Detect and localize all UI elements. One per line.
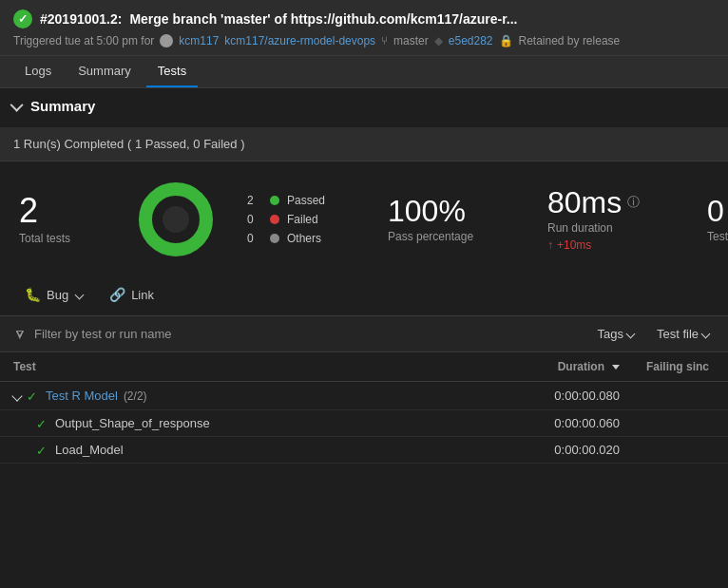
run-duration-change: ↑ +10ms <box>547 238 661 252</box>
retained-badge: Retained by release <box>519 34 621 47</box>
sub1-pass-icon: ✓ <box>36 417 49 430</box>
separator: ◆ <box>434 34 443 47</box>
user-link[interactable]: kcm117 <box>179 34 219 47</box>
header: #20191001.2: Merge branch 'master' of ht… <box>0 0 728 56</box>
arrow-up-icon: ↑ <box>547 238 553 252</box>
link-icon: 🔗 <box>109 287 125 302</box>
header-meta: Triggered tue at 5:00 pm for kcm117 kcm1… <box>13 34 715 47</box>
filter-left: ⛛ Filter by test or run name <box>13 327 172 342</box>
main-content: Summary 1 Run(s) Completed ( 1 Passed, 0… <box>0 88 728 464</box>
bug-icon: 🐛 <box>25 287 41 302</box>
tab-logs[interactable]: Logs <box>13 56 63 87</box>
stats-row: 2 Total tests 2 Passed 0 Failed <box>0 161 728 277</box>
table-container: Test Duration Failing sinc ✓ Test R Mode… <box>0 352 728 464</box>
bug-button[interactable]: 🐛 Bug <box>19 283 88 306</box>
tab-summary[interactable]: Summary <box>67 56 143 87</box>
completed-bar: 1 Run(s) Completed ( 1 Passed, 0 Failed … <box>0 127 728 161</box>
passed-count: 2 <box>247 194 262 207</box>
filter-right: Tags Test file <box>591 324 715 344</box>
test-group-row[interactable]: ✓ Test R Model (2/2) 0:00:00.080 <box>0 382 728 410</box>
legend-failed: 0 Failed <box>247 213 342 226</box>
group-test-name: Test R Model <box>46 389 118 403</box>
legend-passed: 2 Passed <box>247 194 342 207</box>
success-icon <box>13 9 32 28</box>
build-title: Merge branch 'master' of https://github.… <box>129 11 517 27</box>
total-tests-label: Total tests <box>19 232 70 245</box>
commit-link[interactable]: e5ed282 <box>449 34 493 47</box>
link-button[interactable]: 🔗 Link <box>104 283 160 306</box>
failed-dot <box>270 215 279 224</box>
run-duration-label: Run duration <box>547 221 661 235</box>
legend: 2 Passed 0 Failed 0 Others <box>247 194 342 245</box>
trigger-text: Triggered tue at 5:00 pm for <box>13 34 154 47</box>
tests-not-rep-label: Tests not rep... <box>707 230 728 243</box>
testfile-chevron-icon <box>701 330 711 339</box>
testfile-label: Test file <box>657 327 699 341</box>
others-label: Others <box>287 232 321 245</box>
tags-filter-button[interactable]: Tags <box>591 324 639 344</box>
sub2-pass-icon: ✓ <box>36 444 49 457</box>
svg-point-2 <box>163 206 189 233</box>
group-duration: 0:00:00.080 <box>506 389 620 403</box>
link-label: Link <box>131 288 154 302</box>
col-header-failing: Failing sinc <box>620 360 715 373</box>
completed-text: 1 Run(s) Completed ( 1 Passed, 0 Failed … <box>13 137 245 151</box>
lock-icon: 🔒 <box>499 34 513 47</box>
sub2-duration: 0:00:00.020 <box>506 443 620 457</box>
bug-label: Bug <box>47 288 68 302</box>
passed-dot <box>270 196 279 205</box>
tab-tests[interactable]: Tests <box>146 56 198 87</box>
total-tests-stat: 2 Total tests <box>19 194 114 245</box>
nav-tabs: Logs Summary Tests <box>0 56 728 88</box>
col-header-test: Test <box>13 360 506 373</box>
group-test-count: (2/2) <box>124 389 147 403</box>
sub1-test-name: Output_Shape_of_response <box>55 416 210 430</box>
total-tests-number: 2 <box>19 194 38 228</box>
collapse-icon[interactable] <box>11 390 22 401</box>
run-duration-stat: 80ms ⓘ Run duration ↑ +10ms <box>547 187 661 252</box>
tags-chevron-icon <box>625 330 635 339</box>
summary-title: Summary <box>30 98 95 114</box>
filter-icon: ⛛ <box>13 327 27 342</box>
header-title: #20191001.2: Merge branch 'master' of ht… <box>13 9 715 28</box>
pass-percentage-value: 100% <box>388 196 502 226</box>
sub1-duration: 0:00:00.060 <box>506 416 620 430</box>
passed-label: Passed <box>287 194 325 207</box>
failed-count: 0 <box>247 213 262 226</box>
sort-duration-icon[interactable] <box>612 365 620 370</box>
branch-icon: ⑂ <box>381 34 388 47</box>
others-count: 0 <box>247 232 262 245</box>
duration-change-value: +10ms <box>557 238 591 252</box>
table-header: Test Duration Failing sinc <box>0 352 728 382</box>
info-icon: ⓘ <box>627 194 640 211</box>
repo-link[interactable]: kcm117/azure-rmodel-devops <box>224 34 375 47</box>
actions-row: 🐛 Bug 🔗 Link <box>0 277 728 315</box>
filter-placeholder[interactable]: Filter by test or run name <box>34 327 172 341</box>
expand-summary-icon[interactable] <box>10 98 24 111</box>
sub2-test-name: Load_Model <box>55 443 124 457</box>
bug-chevron-icon <box>75 290 85 299</box>
col-header-duration: Duration <box>506 360 620 373</box>
summary-section: Summary <box>0 88 728 127</box>
failed-label: Failed <box>287 213 318 226</box>
donut-chart <box>133 177 219 262</box>
run-duration-value: 80ms <box>547 187 622 218</box>
testfile-filter-button[interactable]: Test file <box>651 324 715 344</box>
build-number: #20191001.2: <box>40 11 122 27</box>
summary-header: Summary <box>13 98 715 114</box>
pass-percentage-stat: 100% Pass percentage <box>388 196 502 243</box>
test-subrow-2[interactable]: ✓ Load_Model 0:00:00.020 <box>0 437 728 464</box>
others-dot <box>270 234 279 243</box>
branch-name: master <box>393 34 429 47</box>
tests-not-rep-value: 0 <box>707 196 728 226</box>
legend-others: 0 Others <box>247 232 342 245</box>
tests-not-rep-stat: 0 Tests not rep... <box>707 196 728 243</box>
filter-row: ⛛ Filter by test or run name Tags Test f… <box>0 315 728 352</box>
test-subrow-1[interactable]: ✓ Output_Shape_of_response 0:00:00.060 <box>0 410 728 437</box>
github-icon <box>160 34 173 47</box>
group-pass-icon: ✓ <box>27 389 40 403</box>
pass-percentage-label: Pass percentage <box>388 230 502 243</box>
tags-label: Tags <box>597 327 623 341</box>
